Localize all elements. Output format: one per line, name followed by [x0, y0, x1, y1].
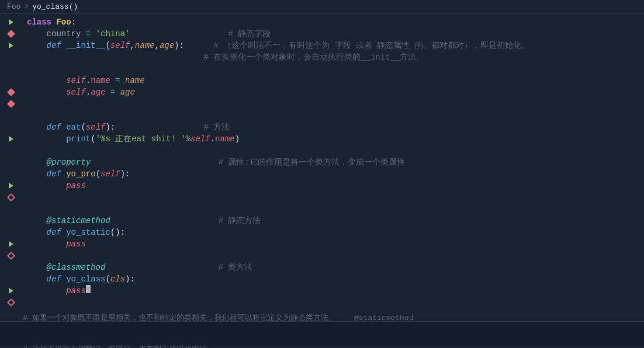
breakpoint-icon[interactable]: [7, 88, 15, 96]
fold-icon[interactable]: [9, 136, 13, 142]
fold-icon[interactable]: [9, 288, 13, 294]
code-line: pass: [27, 285, 644, 297]
breadcrumb-parent: Foo: [7, 2, 20, 11]
code-line: pass: [27, 238, 644, 250]
code-line: def yo_static():: [27, 227, 644, 238]
code-line: self.name = name: [27, 75, 644, 86]
breadcrumb-current: yo_class(): [32, 2, 78, 11]
fold-icon[interactable]: [9, 241, 13, 247]
breakpoint-outline-icon[interactable]: [7, 193, 15, 201]
code-line: [27, 203, 644, 215]
breakpoint-icon[interactable]: [7, 30, 15, 38]
code-line: def __init__(self,name,age): # （这个叫法不一，有…: [27, 40, 644, 51]
breakpoint-outline-icon[interactable]: [7, 252, 15, 260]
editor-gutter: [0, 14, 22, 321]
code-line: def eat(self): # 方法: [27, 121, 644, 133]
bottom-panel: # 如果一个对象既不跟是里相关，也不和特定的类相关，我们就可以将它定义为静态类方…: [0, 321, 644, 346]
fold-icon[interactable]: [9, 183, 13, 189]
code-line: country = 'china' # 静态字段: [27, 28, 644, 40]
code-line: def yo_class(cls):: [27, 273, 644, 285]
code-line: @classmethod # 类方法: [27, 262, 644, 273]
code-editor[interactable]: class Foo: country = 'china' # 静态字段 def …: [22, 14, 644, 321]
bottom-comment-1: # 如果一个对象既不跟是里相关，也不和特定的类相关，我们就可以将它定义为静态类方…: [5, 302, 639, 334]
code-line: [27, 63, 644, 75]
fold-icon[interactable]: [9, 43, 13, 48]
code-line: [27, 192, 644, 203]
code-line: # 在实例化一个类对象时，会自动执行类的__init__方法。: [27, 51, 644, 63]
code-line: [27, 110, 644, 121]
breadcrumb-sep: >: [24, 2, 29, 11]
code-line: def yo_pro(self):: [27, 168, 644, 180]
breakpoint-icon[interactable]: [7, 100, 15, 108]
fold-icon[interactable]: [9, 19, 13, 25]
breadcrumb-bar: Foo > yo_class(): [0, 0, 644, 14]
code-line: @staticmethod # 静态方法: [27, 215, 644, 227]
code-line: self.age = age: [27, 86, 644, 98]
code-line: class Foo:: [27, 16, 644, 28]
code-line: print('%s 正在eat shit! '%self.name): [27, 133, 644, 145]
code-line: [27, 98, 644, 110]
code-line: pass: [27, 180, 644, 192]
code-line: @property # 属性:它的作用是将一个类方法，变成一个类属性: [27, 156, 644, 168]
bottom-comment-2: # 这样不仅可方便我们一眼区分，也有利于代码的维护。: [5, 334, 639, 349]
code-line: [27, 250, 644, 262]
code-line: [27, 145, 644, 156]
